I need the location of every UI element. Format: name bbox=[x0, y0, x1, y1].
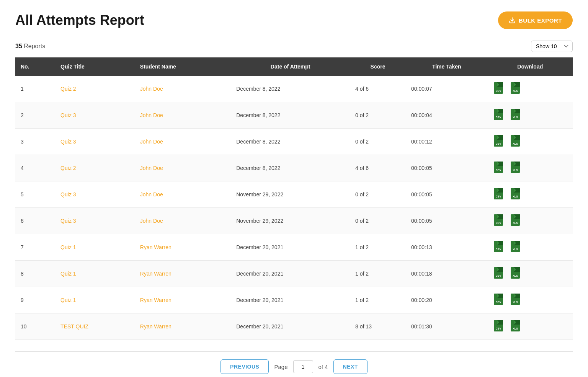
svg-text:CSV: CSV bbox=[495, 274, 501, 277]
svg-text:CSV: CSV bbox=[495, 248, 501, 251]
xls-download-button[interactable]: XLS bbox=[510, 108, 524, 122]
student-link[interactable]: Ryan Warren bbox=[140, 323, 172, 330]
bulk-export-button[interactable]: BULK EXPORT bbox=[498, 11, 573, 29]
table-row: 10 TEST QUIZ Ryan Warren December 20, 20… bbox=[15, 313, 573, 340]
cell-download: CSV XLS bbox=[488, 76, 573, 102]
xls-download-button[interactable]: XLS bbox=[510, 188, 524, 201]
sub-header: 35 Reports Show 10 Show 25 Show 50 Show … bbox=[15, 41, 573, 52]
xls-download-button[interactable]: XLS bbox=[510, 240, 524, 254]
svg-text:XLS: XLS bbox=[513, 169, 518, 171]
cell-score: 1 of 2 bbox=[350, 261, 406, 287]
cell-no: 7 bbox=[15, 234, 55, 261]
table-row: 7 Quiz 1 Ryan Warren December 20, 2021 1… bbox=[15, 234, 573, 261]
cell-time: 00:00:05 bbox=[406, 155, 488, 181]
student-link[interactable]: John Doe bbox=[140, 86, 163, 92]
csv-download-button[interactable]: CSV bbox=[493, 108, 507, 122]
cell-quiz: Quiz 2 bbox=[55, 76, 135, 102]
quiz-link[interactable]: Quiz 3 bbox=[60, 139, 76, 145]
svg-text:CSV: CSV bbox=[495, 169, 501, 171]
csv-download-button[interactable]: CSV bbox=[493, 82, 507, 96]
page-label: Page bbox=[274, 364, 287, 370]
quiz-link[interactable]: Quiz 1 bbox=[60, 297, 76, 303]
csv-download-button[interactable]: CSV bbox=[493, 240, 507, 254]
xls-download-button[interactable]: XLS bbox=[510, 161, 524, 175]
cell-date: December 20, 2021 bbox=[231, 313, 350, 340]
svg-text:XLS: XLS bbox=[513, 327, 518, 330]
cell-no: 2 bbox=[15, 102, 55, 129]
csv-download-button[interactable]: CSV bbox=[493, 320, 507, 333]
student-link[interactable]: Ryan Warren bbox=[140, 271, 172, 277]
xls-download-button[interactable]: XLS bbox=[510, 82, 524, 96]
cell-student: Ryan Warren bbox=[135, 287, 231, 313]
next-button[interactable]: NEXT bbox=[333, 359, 368, 374]
student-link[interactable]: John Doe bbox=[140, 191, 163, 197]
xls-download-button[interactable]: XLS bbox=[510, 320, 524, 333]
csv-download-button[interactable]: CSV bbox=[493, 293, 507, 307]
page-title: All Attempts Report bbox=[15, 12, 144, 28]
cell-time: 00:00:12 bbox=[406, 129, 488, 155]
svg-text:XLS: XLS bbox=[513, 90, 518, 92]
table-row: 9 Quiz 1 Ryan Warren December 20, 2021 1… bbox=[15, 287, 573, 313]
cell-date: December 8, 2022 bbox=[231, 102, 350, 129]
cell-download: CSV XLS bbox=[488, 155, 573, 181]
col-download: Download bbox=[488, 57, 573, 76]
cell-no: 8 bbox=[15, 261, 55, 287]
quiz-link[interactable]: Quiz 3 bbox=[60, 218, 76, 224]
quiz-link[interactable]: Quiz 1 bbox=[60, 271, 76, 277]
table-row: 3 Quiz 3 John Doe December 8, 2022 0 of … bbox=[15, 129, 573, 155]
cell-download: CSV XLS bbox=[488, 261, 573, 287]
quiz-link[interactable]: Quiz 2 bbox=[60, 165, 76, 171]
quiz-link[interactable]: TEST QUIZ bbox=[60, 323, 88, 330]
csv-download-button[interactable]: CSV bbox=[493, 267, 507, 281]
student-link[interactable]: Ryan Warren bbox=[140, 297, 172, 303]
xls-download-button[interactable]: XLS bbox=[510, 293, 524, 307]
cell-download: CSV XLS bbox=[488, 181, 573, 208]
cell-download: CSV XLS bbox=[488, 208, 573, 234]
cell-time: 00:00:13 bbox=[406, 234, 488, 261]
student-link[interactable]: John Doe bbox=[140, 218, 163, 224]
export-icon bbox=[509, 17, 516, 24]
reports-number: 35 bbox=[15, 43, 22, 49]
quiz-link[interactable]: Quiz 1 bbox=[60, 244, 76, 250]
cell-no: 4 bbox=[15, 155, 55, 181]
quiz-link[interactable]: Quiz 3 bbox=[60, 191, 76, 197]
col-quiz: Quiz Title bbox=[55, 57, 135, 76]
bulk-export-label: BULK EXPORT bbox=[519, 17, 562, 24]
cell-score: 0 of 2 bbox=[350, 181, 406, 208]
cell-quiz: Quiz 3 bbox=[55, 208, 135, 234]
page-input[interactable] bbox=[293, 360, 313, 373]
csv-download-button[interactable]: CSV bbox=[493, 188, 507, 201]
csv-download-button[interactable]: CSV bbox=[493, 135, 507, 149]
table-row: 8 Quiz 1 Ryan Warren December 20, 2021 1… bbox=[15, 261, 573, 287]
col-student: Student Name bbox=[135, 57, 231, 76]
of-label: of 4 bbox=[318, 364, 328, 370]
cell-score: 0 of 2 bbox=[350, 129, 406, 155]
student-link[interactable]: John Doe bbox=[140, 165, 163, 171]
student-link[interactable]: John Doe bbox=[140, 112, 163, 118]
cell-date: November 29, 2022 bbox=[231, 208, 350, 234]
cell-no: 1 bbox=[15, 76, 55, 102]
cell-quiz: Quiz 1 bbox=[55, 287, 135, 313]
student-link[interactable]: Ryan Warren bbox=[140, 244, 172, 250]
xls-download-button[interactable]: XLS bbox=[510, 267, 524, 281]
cell-download: CSV XLS bbox=[488, 129, 573, 155]
table-header: No. Quiz Title Student Name Date of Atte… bbox=[15, 57, 573, 76]
xls-download-button[interactable]: XLS bbox=[510, 135, 524, 149]
col-score: Score bbox=[350, 57, 406, 76]
show-select[interactable]: Show 10 Show 25 Show 50 Show 100 bbox=[531, 41, 573, 52]
cell-time: 00:00:18 bbox=[406, 261, 488, 287]
cell-score: 4 of 6 bbox=[350, 155, 406, 181]
student-link[interactable]: John Doe bbox=[140, 139, 163, 145]
csv-download-button[interactable]: CSV bbox=[493, 161, 507, 175]
cell-time: 00:00:20 bbox=[406, 287, 488, 313]
cell-no: 5 bbox=[15, 181, 55, 208]
csv-download-button[interactable]: CSV bbox=[493, 214, 507, 228]
quiz-link[interactable]: Quiz 3 bbox=[60, 112, 76, 118]
previous-button[interactable]: PREVIOUS bbox=[220, 359, 269, 374]
cell-quiz: Quiz 1 bbox=[55, 234, 135, 261]
xls-download-button[interactable]: XLS bbox=[510, 214, 524, 228]
quiz-link[interactable]: Quiz 2 bbox=[60, 86, 76, 92]
cell-quiz: Quiz 3 bbox=[55, 129, 135, 155]
cell-quiz: Quiz 1 bbox=[55, 261, 135, 287]
cell-student: John Doe bbox=[135, 181, 231, 208]
